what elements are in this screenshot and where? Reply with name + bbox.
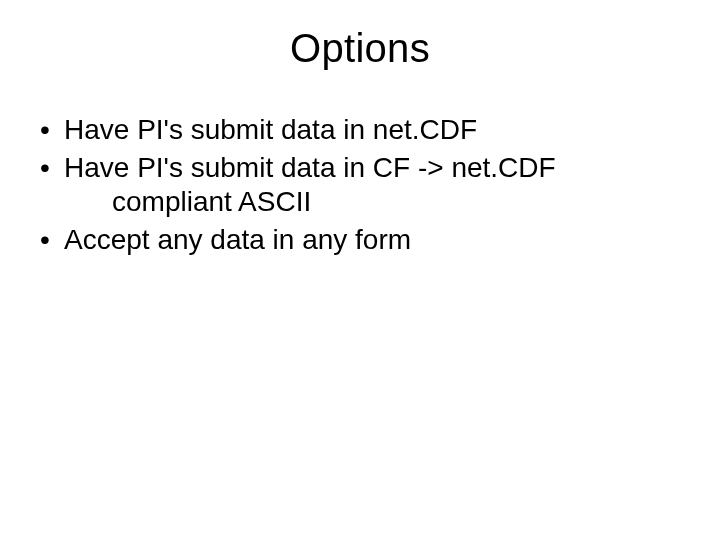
list-item: Have PI's submit data in CF -> net.CDF c… [38, 151, 690, 219]
bullet-text-continuation: compliant ASCII [64, 185, 690, 219]
slide-title: Options [30, 26, 690, 71]
bullet-text: Accept any data in any form [64, 224, 411, 255]
bullet-list: Have PI's submit data in net.CDF Have PI… [30, 113, 690, 258]
list-item: Have PI's submit data in net.CDF [38, 113, 690, 147]
list-item: Accept any data in any form [38, 223, 690, 257]
slide-container: Options Have PI's submit data in net.CDF… [0, 0, 720, 540]
bullet-text: Have PI's submit data in net.CDF [64, 114, 477, 145]
bullet-text: Have PI's submit data in CF -> net.CDF [64, 152, 556, 183]
slide-content: Have PI's submit data in net.CDF Have PI… [30, 113, 690, 258]
